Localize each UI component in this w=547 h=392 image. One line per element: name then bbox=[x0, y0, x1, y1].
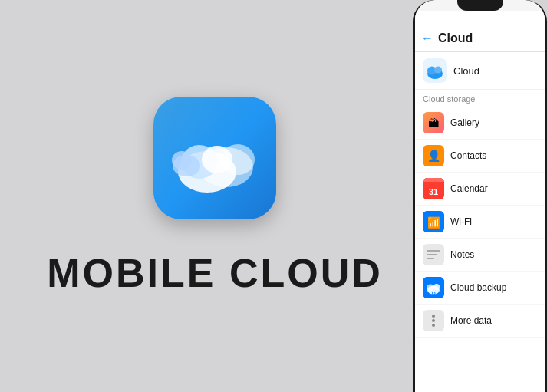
calendar-label: Calendar bbox=[450, 183, 488, 194]
svg-rect-26 bbox=[427, 258, 434, 259]
svg-point-34 bbox=[432, 319, 435, 322]
wifi-icon: 📶 bbox=[423, 211, 444, 232]
wifi-label: Wi-Fi bbox=[450, 216, 472, 227]
svg-text:📶: 📶 bbox=[427, 216, 441, 229]
menu-item-contacts[interactable]: 👤 Contacts bbox=[415, 140, 545, 173]
phone-screen: ← Cloud Cloud Clo bbox=[415, 0, 545, 392]
menu-item-wifi[interactable]: 📶 Wi-Fi bbox=[415, 206, 545, 239]
calendar-icon: 31 bbox=[423, 178, 444, 199]
svg-point-35 bbox=[432, 324, 435, 327]
cloud-row-icon bbox=[423, 58, 447, 83]
svg-rect-25 bbox=[427, 254, 437, 255]
screen-content: ← Cloud Cloud Clo bbox=[415, 11, 545, 392]
menu-item-notes[interactable]: Notes bbox=[415, 239, 545, 272]
header-title: Cloud bbox=[438, 31, 473, 45]
cloudbackup-label: Cloud backup bbox=[450, 282, 506, 293]
menu-item-cloudbackup[interactable]: ↻ Cloud backup bbox=[415, 272, 545, 305]
menu-item-moredata[interactable]: More data bbox=[415, 305, 545, 338]
svg-text:↻: ↻ bbox=[431, 291, 436, 296]
svg-rect-19 bbox=[423, 182, 444, 185]
moredata-label: More data bbox=[450, 315, 492, 326]
cloud-row-label: Cloud bbox=[453, 65, 479, 77]
moredata-icon bbox=[423, 310, 444, 331]
header: ← Cloud bbox=[415, 25, 545, 52]
gallery-icon: 🏔 bbox=[423, 112, 444, 133]
contacts-icon: 👤 bbox=[423, 145, 444, 166]
svg-point-4 bbox=[202, 146, 232, 173]
svg-text:31: 31 bbox=[429, 187, 438, 196]
svg-point-16 bbox=[434, 67, 442, 74]
cloud-row[interactable]: Cloud bbox=[415, 52, 545, 90]
svg-rect-24 bbox=[427, 250, 440, 252]
svg-point-33 bbox=[432, 315, 435, 318]
svg-point-30 bbox=[433, 284, 440, 290]
cloudbackup-icon: ↻ bbox=[423, 277, 444, 298]
svg-point-6 bbox=[172, 151, 192, 170]
left-section: MOBILE CLOUD bbox=[0, 0, 430, 392]
menu-item-calendar[interactable]: 31 Calendar bbox=[415, 173, 545, 206]
phone-body: ← Cloud Cloud Clo bbox=[413, 0, 547, 392]
cloud-storage-section-title: Cloud storage bbox=[415, 90, 545, 107]
notes-label: Notes bbox=[450, 249, 474, 260]
app-icon bbox=[153, 97, 276, 219]
phone-notch bbox=[457, 0, 503, 11]
contacts-label: Contacts bbox=[450, 150, 486, 161]
back-arrow-icon[interactable]: ← bbox=[421, 31, 433, 45]
status-bar bbox=[415, 11, 545, 25]
gallery-label: Gallery bbox=[450, 117, 479, 128]
notes-icon bbox=[423, 244, 444, 265]
phone-mockup: ← Cloud Cloud Clo bbox=[413, 0, 547, 392]
app-title: MOBILE CLOUD bbox=[47, 250, 383, 296]
menu-item-gallery[interactable]: 🏔 Gallery bbox=[415, 107, 545, 140]
